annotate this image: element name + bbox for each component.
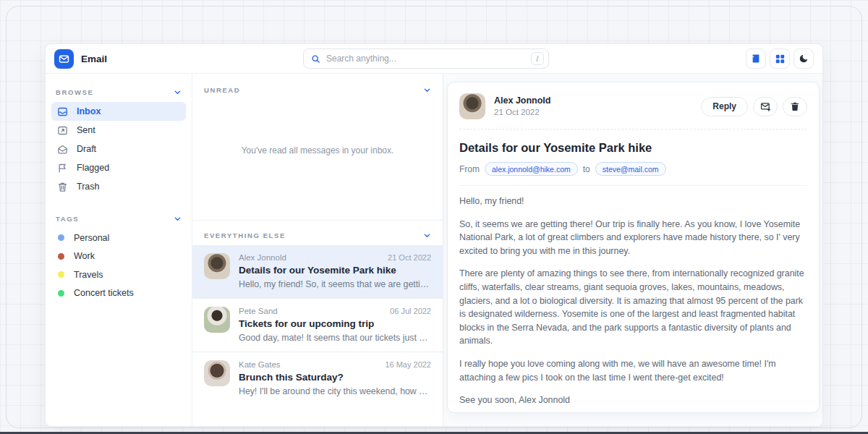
email-list-column: UNREAD You've read all messages in your …	[192, 74, 443, 426]
tag-label: Concert tickets	[74, 288, 134, 298]
unread-empty-state: You've read all messages in your inbox.	[192, 100, 443, 201]
delete-email-button[interactable]	[783, 97, 807, 116]
moon-icon	[799, 54, 809, 64]
body-paragraph: So, it seems we are getting there! Our t…	[459, 218, 807, 258]
everything-else-title: EVERYTHING ELSE	[204, 231, 286, 239]
email-date: 16 May 2022	[385, 360, 431, 369]
trash-icon	[56, 182, 68, 192]
email-sender: Alex Jonnold	[239, 253, 286, 262]
email-detail-card: Alex Jonnold 21 Oct 2022 Reply	[447, 82, 820, 413]
tags-section-header[interactable]: TAGS	[46, 210, 192, 229]
sent-icon	[56, 125, 68, 136]
body-paragraph: Hello, my friend!	[459, 195, 807, 208]
from-email-chip[interactable]: alex.jonnold@hike.com	[485, 162, 578, 176]
email-date: 21 Oct 2022	[388, 253, 431, 262]
tag-color-dot	[58, 271, 64, 278]
inbox-icon	[56, 106, 68, 117]
sidebar-item-label: Flagged	[77, 163, 109, 173]
sidebar-item-label: Trash	[77, 182, 100, 192]
email-logo-icon	[54, 49, 74, 69]
email-date: 06 Jul 2022	[390, 307, 431, 315]
avatar	[204, 360, 230, 386]
unread-section-title: UNREAD	[204, 86, 240, 94]
draft-icon	[56, 144, 68, 155]
tag-label: Personal	[74, 233, 109, 243]
tag-color-dot	[58, 290, 64, 297]
email-subject: Brunch this Saturday?	[239, 372, 431, 383]
sidebar: BROWSE Inbox Sent Draft	[46, 74, 192, 426]
to-email-chip[interactable]: steve@mail.com	[595, 162, 666, 176]
everything-else-header[interactable]: EVERYTHING ELSE	[192, 221, 443, 245]
envelope-icon	[59, 54, 69, 64]
mark-mail-button[interactable]	[753, 97, 778, 116]
sidebar-item-label: Draft	[77, 144, 96, 154]
search-input[interactable]	[326, 54, 531, 64]
tags-section-title: TAGS	[56, 215, 79, 223]
app-title: Email	[81, 54, 107, 64]
trash-icon	[790, 101, 800, 111]
sidebar-item-label: Inbox	[77, 106, 101, 116]
email-list-item[interactable]: Pete Sand 06 Jul 2022 Tickets for our up…	[192, 298, 443, 352]
body-paragraph: See you soon, Alex Jonnold	[459, 393, 807, 407]
reply-button[interactable]: Reply	[701, 97, 748, 116]
browse-section-title: BROWSE	[56, 88, 93, 96]
email-list-item[interactable]: Kate Gates 16 May 2022 Brunch this Satur…	[192, 352, 443, 405]
from-to-row: From alex.jonnold@hike.com to steve@mail…	[459, 162, 807, 186]
grid-icon	[775, 54, 785, 64]
detail-subject: Details for our Yosemite Park hike	[459, 141, 807, 155]
chevron-down-icon[interactable]	[423, 86, 431, 94]
detail-sender-name: Alex Jonnold	[494, 95, 550, 107]
tag-item-travels[interactable]: Travels	[51, 265, 186, 284]
book-icon	[751, 54, 761, 64]
sidebar-item-inbox[interactable]: Inbox	[51, 102, 186, 121]
apps-button[interactable]	[770, 48, 790, 69]
chevron-down-icon[interactable]	[174, 88, 182, 96]
email-detail-area: Alex Jonnold 21 Oct 2022 Reply	[443, 74, 822, 426]
everything-else-section: EVERYTHING ELSE Alex Jonnold 21 Oct 2022…	[192, 220, 443, 405]
browse-section-header[interactable]: BROWSE	[46, 84, 192, 102]
sidebar-item-draft[interactable]: Draft	[51, 140, 186, 158]
avatar	[204, 307, 230, 333]
email-subject: Details for our Yosemite Park hike	[239, 265, 431, 276]
mail-plus-icon	[760, 101, 771, 112]
detail-date: 21 Oct 2022	[494, 107, 550, 119]
topbar-actions	[746, 48, 814, 69]
tag-item-work[interactable]: Work	[51, 247, 186, 266]
tag-color-dot	[58, 234, 64, 241]
tag-label: Work	[74, 251, 95, 261]
to-label: to	[583, 164, 590, 174]
email-summary: Pete Sand 06 Jul 2022 Tickets for our up…	[239, 307, 431, 343]
from-label: From	[459, 164, 480, 174]
search-icon	[311, 54, 320, 64]
unread-empty-text: You've read all messages in your inbox.	[242, 145, 394, 156]
tag-item-concert-tickets[interactable]: Concert tickets	[51, 284, 186, 303]
tag-label: Travels	[74, 270, 103, 280]
email-list-item[interactable]: Alex Jonnold 21 Oct 2022 Details for our…	[192, 245, 443, 298]
detail-actions: Reply	[701, 97, 807, 116]
email-subject: Tickets for our upcoming trip	[239, 318, 431, 329]
dark-mode-button[interactable]	[793, 48, 814, 69]
topbar: Email /	[46, 44, 822, 74]
notebook-button[interactable]	[746, 48, 766, 69]
flag-icon	[56, 163, 68, 174]
search-bar[interactable]: /	[303, 48, 549, 69]
tag-color-dot	[58, 253, 64, 260]
chevron-down-icon[interactable]	[174, 215, 182, 223]
email-preview: Good day, mate! It seems that our ticket…	[239, 333, 431, 343]
email-sender: Kate Gates	[239, 360, 281, 369]
avatar	[204, 253, 230, 279]
sidebar-item-label: Sent	[77, 125, 95, 135]
sidebar-item-sent[interactable]: Sent	[51, 121, 186, 140]
sidebar-item-flagged[interactable]: Flagged	[51, 158, 186, 177]
sidebar-item-trash[interactable]: Trash	[51, 177, 186, 196]
tag-item-personal[interactable]: Personal	[51, 229, 186, 247]
detail-header: Alex Jonnold 21 Oct 2022 Reply	[459, 93, 807, 129]
unread-section-header[interactable]: UNREAD	[192, 74, 443, 100]
body-paragraph: I really hope you love coming along with…	[459, 357, 807, 384]
search-shortcut-badge: /	[531, 52, 544, 65]
email-sender: Pete Sand	[239, 307, 278, 315]
email-preview: Hello, my friend! So, it seems that we a…	[239, 279, 431, 289]
email-app-window: Email /	[45, 43, 823, 427]
chevron-down-icon[interactable]	[423, 231, 431, 239]
email-summary: Alex Jonnold 21 Oct 2022 Details for our…	[239, 253, 431, 289]
